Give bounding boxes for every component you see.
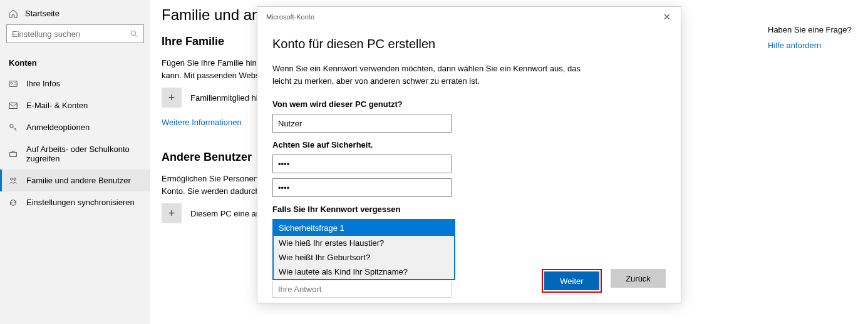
sidebar-item-label: Familie und andere Benutzer (26, 176, 131, 185)
svg-point-3 (11, 82, 13, 84)
svg-line-8 (13, 127, 16, 131)
sidebar-item-label: Ihre Infos (26, 79, 60, 88)
dropdown-option[interactable]: Wie hieß Ihr erstes Haustier? (274, 236, 454, 250)
dropdown-option[interactable]: Wie heißt Ihr Geburtsort? (274, 250, 454, 265)
dialog-title: Konto für diesen PC erstellen (272, 37, 666, 51)
sidebar-item-email-accounts[interactable]: E-Mail- & Konten (0, 94, 150, 116)
mail-icon (9, 101, 18, 110)
who-uses-label: Von wem wird dieser PC genutzt? (272, 99, 666, 109)
sidebar-item-work-school[interactable]: Auf Arbeits- oder Schulkonto zugreifen (0, 138, 150, 170)
dialog-description: Wenn Sie ein Kennwort verwenden möchten,… (272, 63, 586, 87)
sidebar-section-header: Konten (0, 52, 150, 73)
close-icon[interactable]: ✕ (659, 11, 674, 23)
highlight-box: Weiter (542, 269, 602, 293)
sidebar-item-label: Auf Arbeits- oder Schulkonto zugreifen (26, 144, 142, 163)
search-input-wrap[interactable] (6, 24, 144, 43)
plus-icon[interactable]: + (162, 88, 182, 108)
sidebar-item-family-users[interactable]: Familie und andere Benutzer (0, 170, 150, 191)
home-label: Startseite (25, 9, 59, 18)
username-input[interactable] (272, 114, 452, 133)
dropdown-selected[interactable]: Sicherheitsfrage 1 (274, 220, 454, 236)
sync-icon (9, 198, 18, 207)
help-panel: Haben Sie eine Frage? Hilfe anfordern (768, 25, 855, 50)
search-input[interactable] (12, 29, 112, 39)
briefcase-icon (9, 149, 18, 158)
sidebar-item-label: Einstellungen synchronisieren (26, 198, 135, 207)
sidebar-item-your-info[interactable]: Ihre Infos (0, 73, 150, 94)
svg-line-1 (135, 35, 137, 37)
person-card-icon (9, 79, 18, 88)
sidebar: Startseite Konten Ihre Infos E-Mail- & K… (0, 0, 150, 324)
sidebar-item-label: E-Mail- & Konten (26, 101, 88, 110)
security-question-dropdown[interactable]: Sicherheitsfrage 1 Wie hieß Ihr erstes H… (272, 219, 455, 280)
security-answer-input[interactable] (272, 281, 452, 298)
password-confirm-input[interactable] (272, 178, 452, 197)
back-button[interactable]: Zurück (611, 269, 666, 288)
dropdown-option[interactable]: Wie lautete als Kind Ihr Spitzname? (274, 265, 454, 279)
svg-line-9 (15, 128, 16, 129)
help-question: Haben Sie eine Frage? (768, 25, 855, 34)
create-account-dialog: Microsoft-Konto ✕ Konto für diesen PC er… (257, 6, 681, 303)
svg-rect-2 (9, 81, 17, 86)
key-icon (9, 123, 18, 132)
home-icon (9, 9, 18, 18)
svg-rect-10 (10, 152, 17, 156)
dialog-window-title: Microsoft-Konto (266, 13, 314, 21)
more-info-link[interactable]: Weitere Informationen (162, 118, 242, 127)
sidebar-item-signin-options[interactable]: Anmeldeoptionen (0, 116, 150, 138)
search-icon (130, 30, 138, 38)
home-link[interactable]: Startseite (0, 0, 150, 24)
sidebar-item-sync[interactable]: Einstellungen synchronisieren (0, 191, 150, 213)
forgot-password-label: Falls Sie Ihr Kennwort vergessen (272, 205, 666, 214)
svg-point-11 (11, 178, 13, 180)
security-label: Achten Sie auf Sicherheit. (272, 140, 666, 149)
next-button[interactable]: Weiter (544, 271, 599, 290)
svg-point-0 (131, 31, 135, 35)
sidebar-item-label: Anmeldeoptionen (26, 123, 90, 132)
people-icon (9, 176, 18, 185)
password-input[interactable] (272, 154, 452, 173)
plus-icon[interactable]: + (162, 203, 182, 223)
svg-rect-6 (9, 103, 17, 108)
help-link[interactable]: Hilfe anfordern (768, 41, 855, 50)
svg-point-12 (14, 178, 16, 180)
